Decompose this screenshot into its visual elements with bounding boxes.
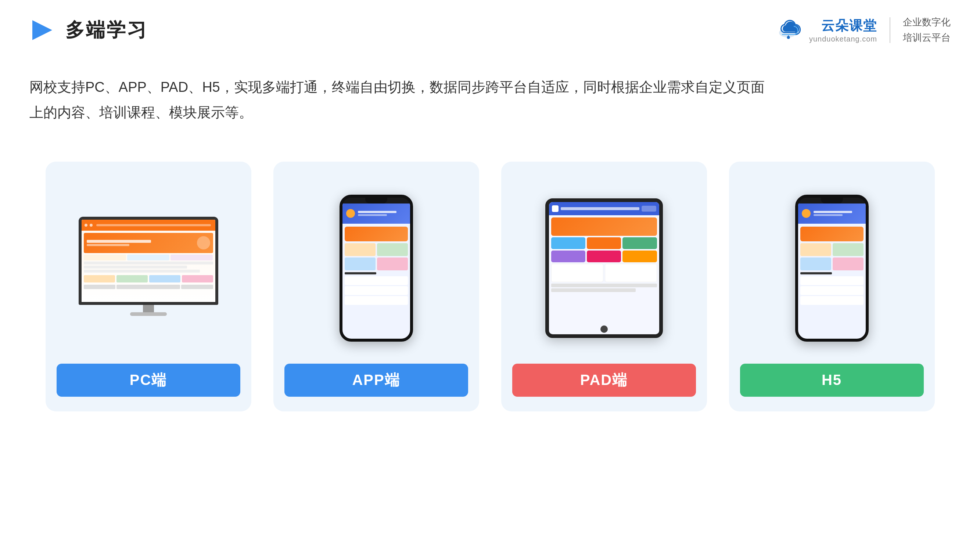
brand-url: yunduoketang.com bbox=[809, 35, 877, 43]
h5-section-title bbox=[800, 272, 832, 275]
phone-grid-2 bbox=[377, 243, 408, 256]
brand-slogan-line1: 企业数字化 bbox=[903, 15, 951, 30]
monitor-stand-neck bbox=[143, 305, 154, 312]
h5-image-area bbox=[740, 180, 924, 356]
play-icon bbox=[29, 17, 55, 43]
nav-bar bbox=[96, 224, 211, 226]
pc-card: PC端 bbox=[46, 162, 251, 411]
grid-3 bbox=[149, 275, 180, 283]
pc-label: PC端 bbox=[57, 364, 240, 397]
monitor-screen-content bbox=[81, 220, 215, 302]
tgrid-2 bbox=[587, 237, 621, 249]
tablet-banner bbox=[551, 218, 657, 236]
h5-phone-screen bbox=[798, 203, 866, 339]
app-card: APP端 bbox=[274, 162, 479, 411]
phone-screen-header bbox=[342, 203, 410, 224]
description-block: 网校支持PC、APP、PAD、H5，实现多端打通，终端自由切换，数据同步跨平台自… bbox=[0, 45, 919, 125]
h5-list-3 bbox=[800, 296, 864, 305]
phone-notch bbox=[365, 198, 387, 203]
grid-1 bbox=[84, 275, 115, 283]
phone-icon-grid bbox=[345, 243, 408, 270]
phone-grid-3 bbox=[345, 257, 375, 270]
pgrid-3-color bbox=[345, 257, 375, 270]
h5h-text-2 bbox=[813, 214, 843, 216]
h5grid-4-c bbox=[833, 257, 864, 270]
h5-card: H5 bbox=[729, 162, 935, 411]
banner-text-1 bbox=[87, 240, 151, 243]
row-item-3 bbox=[170, 254, 213, 260]
tablet-header bbox=[549, 202, 659, 215]
h5-phone-notch bbox=[821, 198, 843, 203]
tablet-grid bbox=[551, 237, 657, 262]
brand-name-cn: 云朵课堂 bbox=[821, 17, 877, 35]
brand-right: 云朵课堂 yunduoketang.com 企业数字化 培训云平台 bbox=[773, 15, 951, 45]
row-item-2 bbox=[127, 254, 169, 260]
tablet-bottom bbox=[551, 264, 657, 282]
banner-icon bbox=[197, 236, 210, 249]
tgrid-1 bbox=[551, 237, 585, 249]
tablet-screen bbox=[549, 202, 659, 334]
header-left: 多端学习 bbox=[29, 17, 148, 43]
tlist-2 bbox=[551, 288, 636, 292]
h5-phone bbox=[795, 195, 869, 341]
monitor-body-content bbox=[81, 231, 215, 302]
tgrid-4 bbox=[551, 251, 585, 262]
phone-list-2 bbox=[345, 286, 408, 295]
bottom-2 bbox=[116, 285, 180, 289]
row-group-1 bbox=[84, 254, 213, 260]
bottom-row bbox=[84, 285, 213, 289]
phone-grid-1 bbox=[345, 243, 375, 256]
brand-name: 云朵课堂 yunduoketang.com bbox=[809, 17, 877, 43]
description-line1: 网校支持PC、APP、PAD、H5，实现多端打通，终端自由切换，数据同步跨平台自… bbox=[29, 75, 889, 100]
tablet-list bbox=[551, 284, 657, 292]
phone-screen bbox=[342, 203, 410, 339]
h5-header-text bbox=[813, 211, 862, 216]
description-line2: 上的内容、培训课程、模块展示等。 bbox=[29, 100, 889, 125]
app-image-area bbox=[285, 180, 468, 356]
h5-grid-1 bbox=[800, 243, 831, 256]
monitor-body bbox=[79, 217, 218, 305]
h5grid-1-c bbox=[800, 243, 831, 256]
nav-dot-2 bbox=[90, 224, 92, 227]
pad-tablet bbox=[545, 198, 663, 338]
phone-screen-body bbox=[342, 224, 410, 309]
tablet-card-2 bbox=[605, 264, 657, 282]
tablet-logo bbox=[552, 205, 558, 212]
pc-monitor bbox=[79, 217, 218, 319]
phone-grid-4 bbox=[377, 257, 408, 270]
tablet-card-1 bbox=[551, 264, 603, 282]
brand-cloud-icon bbox=[773, 19, 802, 41]
h5-grid-2 bbox=[833, 243, 864, 256]
h5-label: H5 bbox=[740, 364, 924, 397]
pad-label: PAD端 bbox=[512, 364, 696, 397]
brand-divider bbox=[889, 17, 890, 43]
banner-text-2 bbox=[87, 244, 130, 246]
grid-2 bbox=[116, 275, 148, 283]
bottom-3 bbox=[181, 285, 213, 289]
h5h-text-1 bbox=[813, 211, 853, 213]
monitor-stand-base bbox=[130, 312, 167, 316]
h5-grid-3 bbox=[800, 257, 831, 270]
h5-section bbox=[800, 272, 864, 306]
h5-avatar bbox=[802, 209, 811, 218]
tgrid-3 bbox=[622, 237, 657, 249]
monitor-banner-inner bbox=[87, 240, 194, 246]
grid-row bbox=[84, 275, 213, 283]
nav-dot-1 bbox=[84, 224, 88, 227]
phone-section bbox=[345, 272, 408, 306]
pgrid-2-color bbox=[377, 243, 408, 256]
pgrid-4-color bbox=[377, 257, 408, 270]
h5grid-2-c bbox=[833, 243, 864, 256]
app-phone bbox=[339, 195, 413, 341]
h5-banner bbox=[800, 227, 864, 241]
pgrid-1-color bbox=[345, 243, 375, 256]
h5-grid-4 bbox=[833, 257, 864, 270]
bottom-1 bbox=[84, 285, 116, 289]
monitor-nav bbox=[81, 220, 215, 231]
h5-screen-body bbox=[798, 224, 866, 309]
tablet-header-text bbox=[561, 207, 640, 210]
phone-list-3 bbox=[345, 296, 408, 305]
pad-card: PAD端 bbox=[501, 162, 707, 411]
tablet-home-button bbox=[600, 326, 608, 333]
monitor-banner bbox=[84, 233, 213, 253]
